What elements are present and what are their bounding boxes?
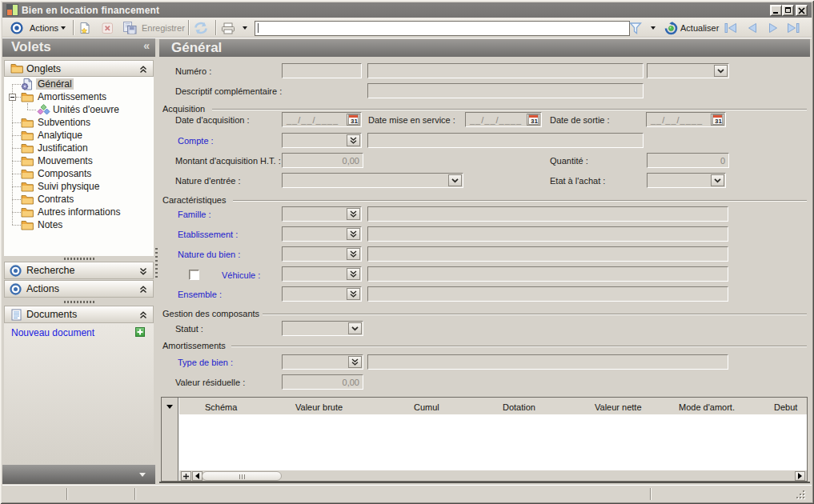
quantite-field[interactable]: 0 [647,153,729,168]
filter-caret-icon[interactable] [651,26,656,30]
grid-column-schema[interactable]: Schéma [205,402,237,412]
resize-grip-icon[interactable] [800,497,801,498]
tree-item-label[interactable]: Subventions [36,117,92,128]
compte-field[interactable] [367,133,644,148]
grid-column-cumul[interactable]: Cumul [414,402,439,412]
famille-lookup[interactable] [282,206,362,222]
tree-item-general[interactable]: Général [4,78,153,90]
collapse-section-icon[interactable] [139,66,147,74]
type-bien-lookup[interactable] [282,354,363,370]
maximize-button[interactable] [782,5,794,16]
vehicule-field[interactable] [367,266,728,282]
etablissement-lookup[interactable] [282,226,362,242]
valeur-residuelle-field[interactable]: 0,00 [282,374,363,390]
sidebar-collapse-button[interactable]: « [143,39,150,52]
tree-item-label[interactable]: Amortissements [36,91,108,102]
new-document-link[interactable]: Nouveau document [11,327,94,338]
vehicule-lookup[interactable] [282,266,362,282]
previous-record-icon[interactable] [746,22,759,34]
lookup-button[interactable] [347,268,360,280]
titlebar[interactable]: Bien en location financement [2,2,812,18]
vertical-splitter-handle[interactable] [155,248,158,280]
grid-column-valeur-nette[interactable]: Valeur nette [595,402,642,412]
lookup-button[interactable] [347,248,360,260]
numero-field-1[interactable] [282,63,362,78]
tree-item-amortissements[interactable]: Amortissements [4,90,153,103]
actions-menu-button[interactable]: Actions [30,23,58,33]
tree-item-analytique[interactable]: Analytique [4,129,153,142]
search-input[interactable] [255,21,630,36]
grid-add-row-button[interactable] [181,471,191,481]
tree-item-justification[interactable]: Justification [4,142,153,154]
section-documents[interactable]: Documents [4,306,154,323]
type-bien-field[interactable] [367,354,728,370]
calendar-button[interactable]: 31 [527,114,540,126]
statut-combo[interactable] [282,321,363,336]
print-icon[interactable] [221,22,235,34]
tree-item-label[interactable]: Analytique [36,130,84,141]
tree-item-label[interactable]: Contrats [36,194,75,205]
print-options-caret-icon[interactable] [243,26,247,30]
next-record-icon[interactable] [767,22,780,34]
compte-lookup[interactable] [282,133,362,148]
tree-item-suivi-physique[interactable]: Suivi physique [4,180,153,193]
new-document-icon[interactable] [78,22,91,34]
add-document-button[interactable] [135,327,145,337]
section-actions[interactable]: Actions [4,280,154,298]
scrollbar-thumb[interactable] [202,471,282,481]
filter-icon[interactable] [628,21,644,36]
refresh-icon[interactable] [664,22,678,35]
tree-item-unites-oeuvre[interactable]: Unités d'oeuvre [4,103,153,116]
tree-item-label[interactable]: Justification [36,142,90,154]
tree-item-label[interactable]: Unités d'oeuvre [51,104,121,115]
splitter-handle[interactable] [64,301,94,303]
nature-bien-field[interactable] [367,246,728,262]
ensemble-lookup[interactable] [282,286,362,302]
tree-item-label[interactable]: Suivi physique [36,181,101,192]
dropdown-button[interactable] [711,174,724,186]
calendar-button[interactable]: 31 [711,114,724,126]
dropdown-button[interactable] [448,174,462,186]
numero-combo[interactable] [647,63,729,78]
tree-item-subventions[interactable]: Subventions [4,116,153,129]
actions-caret-icon[interactable] [61,26,66,30]
grid-column-debut[interactable]: Debut [774,402,797,412]
date-service-field[interactable]: __/__/____31 [465,112,542,127]
tree-item-label[interactable]: Notes [36,219,64,230]
dropdown-button[interactable] [348,322,362,334]
montant-field[interactable]: 0,00 [282,153,363,168]
refresh-button[interactable]: Actualiser [680,23,719,33]
dropdown-button[interactable] [714,65,728,77]
save-button[interactable]: Enregistrer [142,23,185,33]
tree-item-contrats[interactable]: Contrats [4,193,153,206]
save-icon[interactable] [122,21,137,34]
descriptif-field[interactable] [367,83,644,98]
resize-grip-icon[interactable] [803,490,804,492]
tree-item-label[interactable]: Composants [36,168,93,179]
nature-entree-combo[interactable] [282,173,463,188]
collapse-section-icon[interactable] [139,311,147,319]
resize-grip-icon[interactable] [796,497,798,498]
first-record-icon[interactable] [724,22,738,34]
date-sortie-field[interactable]: __/__/____31 [646,112,726,127]
grid-column-dotation[interactable]: Dotation [503,402,535,412]
grid-column-valeur-brute[interactable]: Valeur brute [295,402,343,412]
tree-item-autres-informations[interactable]: Autres informations [4,206,153,218]
lookup-button[interactable] [347,134,360,146]
lookup-button[interactable] [347,228,360,240]
tree-item-mouvements[interactable]: Mouvements [4,154,153,167]
expand-section-icon[interactable] [139,267,147,275]
ensemble-field[interactable] [367,286,728,302]
tree-item-notes[interactable]: Notes [4,218,153,231]
lookup-button[interactable] [347,208,360,220]
grid-column-mode-amort[interactable]: Mode d'amort. [679,402,735,412]
sync-icon[interactable] [193,22,209,34]
grid-body[interactable] [179,414,807,470]
last-record-icon[interactable] [786,22,800,34]
splitter-handle[interactable] [64,258,94,260]
scroll-right-button[interactable] [795,471,805,481]
tree-item-label[interactable]: Général [36,78,74,90]
nature-bien-lookup[interactable] [282,246,362,262]
resize-grip-icon[interactable] [803,494,804,495]
lookup-button[interactable] [347,288,360,300]
